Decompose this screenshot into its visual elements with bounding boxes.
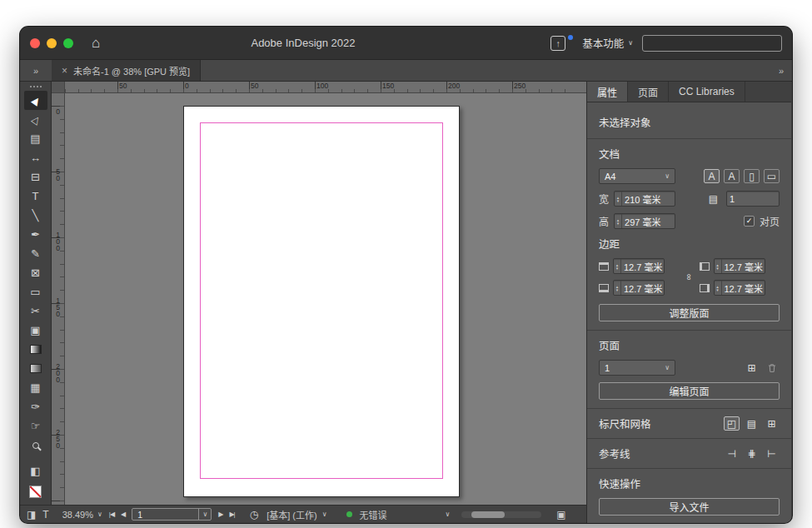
minimize-window-button[interactable] bbox=[47, 38, 57, 48]
chevron-down-icon bbox=[97, 511, 102, 518]
notification-dot bbox=[568, 35, 573, 40]
selection-tool[interactable]: ▶ bbox=[24, 91, 47, 110]
page-size-select[interactable]: A4 bbox=[599, 168, 675, 184]
pencil-tool[interactable]: ✎ bbox=[24, 244, 47, 263]
margin-outside-field[interactable]: 12.7 毫米 bbox=[714, 280, 765, 296]
ruler-label: 100 bbox=[54, 231, 62, 251]
import-file-button[interactable]: 导入文件 bbox=[599, 498, 780, 516]
margin-inside-field[interactable]: 12.7 毫米 bbox=[714, 258, 765, 274]
rectangle-frame-tool[interactable]: ⊠ bbox=[24, 263, 47, 282]
binding-rtl-icon[interactable]: A bbox=[724, 169, 740, 183]
page-count-field[interactable]: 1 bbox=[726, 191, 780, 207]
home-icon[interactable] bbox=[92, 36, 100, 50]
binding-ltr-icon[interactable]: A bbox=[704, 169, 720, 183]
add-page-icon[interactable]: ⊞ bbox=[744, 361, 760, 375]
margin-outside-value: 12.7 毫米 bbox=[722, 281, 765, 295]
toolbar-overflow-icon[interactable]: » bbox=[20, 60, 52, 81]
screen-mode-icon[interactable]: ◧ bbox=[24, 461, 47, 481]
stepper-icon[interactable] bbox=[615, 192, 622, 206]
orientation-portrait-icon[interactable]: ▯ bbox=[744, 169, 760, 183]
close-window-button[interactable] bbox=[30, 38, 40, 48]
scissors-tool[interactable]: ✂ bbox=[24, 301, 47, 321]
workspace-switcher[interactable]: 基本功能 bbox=[582, 35, 633, 51]
margin-bottom-field[interactable]: 12.7 毫米 bbox=[613, 280, 665, 296]
toolbar-grip[interactable] bbox=[30, 86, 42, 87]
horizontal-ruler[interactable]: 50 0 50 100 150 200 250 bbox=[65, 82, 586, 93]
orientation-landscape-icon[interactable]: ▭ bbox=[764, 169, 780, 183]
maximize-window-button[interactable] bbox=[63, 38, 73, 48]
hand-tool[interactable]: ☞ bbox=[24, 416, 47, 436]
smart-guides-icon[interactable]: ⊢ bbox=[764, 446, 780, 461]
divider bbox=[587, 138, 791, 139]
note-tool[interactable]: ▦ bbox=[24, 378, 47, 397]
margin-bottom-icon bbox=[599, 284, 609, 292]
first-page-button[interactable]: |◀ bbox=[109, 511, 114, 518]
stepper-icon[interactable] bbox=[715, 259, 722, 273]
formatting-container-icon[interactable]: ◨ bbox=[27, 510, 36, 520]
stepper-icon[interactable] bbox=[615, 214, 622, 228]
rectangle-tool[interactable]: ▭ bbox=[24, 282, 47, 301]
margins-grid: 12.7 毫米 12.7 毫米 bbox=[599, 258, 780, 296]
zoom-level-select[interactable]: 38.49% bbox=[62, 510, 102, 520]
panel-dock-overflow-icon[interactable]: » bbox=[770, 60, 792, 81]
delete-page-icon[interactable] bbox=[764, 361, 780, 375]
baseline-grid-icon[interactable]: ▤ bbox=[744, 416, 760, 431]
stepper-icon[interactable] bbox=[614, 281, 621, 295]
zoom-tool[interactable] bbox=[24, 436, 47, 455]
line-tool[interactable]: ╲ bbox=[24, 206, 47, 225]
fill-stroke-swatch[interactable] bbox=[29, 486, 42, 498]
tab-cc-libraries[interactable]: CC Libraries bbox=[669, 82, 745, 102]
statusbar: ◨ T 38.49% |◀ ◀ 1 ▶ ▶| ◷ [基本] (工作) bbox=[20, 505, 586, 523]
next-page-button[interactable]: ▶ bbox=[218, 511, 222, 518]
pasteboard[interactable] bbox=[65, 93, 586, 505]
page-number-field[interactable]: 1 bbox=[132, 508, 212, 521]
pen-tool[interactable]: ✒ bbox=[24, 225, 47, 244]
gradient-feather-tool[interactable] bbox=[24, 359, 47, 378]
gap-tool[interactable]: ↔ bbox=[24, 148, 47, 167]
stepper-icon[interactable] bbox=[715, 281, 722, 295]
scrollbar-thumb[interactable] bbox=[471, 511, 505, 518]
horizontal-scrollbar[interactable] bbox=[461, 511, 541, 518]
vertical-ruler[interactable]: 0 50 100 150 200 250 bbox=[52, 93, 65, 505]
preflight-profile-value: [基本] (工作) bbox=[267, 508, 317, 521]
stepper-icon[interactable] bbox=[614, 259, 621, 273]
preflight-icon[interactable]: ◷ bbox=[250, 509, 258, 521]
tab-pages[interactable]: 页面 bbox=[628, 82, 669, 102]
previous-page-button[interactable]: ◀ bbox=[121, 511, 125, 518]
ruler-row: 50 0 50 100 150 200 250 bbox=[52, 82, 586, 93]
column-guides-icon[interactable]: ⋕ bbox=[744, 446, 760, 461]
chevron-down-icon[interactable] bbox=[202, 511, 207, 518]
type-tool[interactable]: T bbox=[24, 187, 47, 206]
adjust-layout-button[interactable]: 调整版面 bbox=[599, 304, 780, 321]
document-tab-title: 未命名-1 @ 38% [GPU 预览] bbox=[73, 64, 190, 77]
edit-pages-button[interactable]: 编辑页面 bbox=[599, 382, 780, 400]
facing-pages-checkbox[interactable]: ✓ bbox=[744, 216, 755, 227]
page-tool[interactable]: ▤ bbox=[24, 129, 47, 148]
formatting-text-icon[interactable]: T bbox=[42, 510, 48, 520]
last-page-button[interactable]: ▶| bbox=[229, 511, 234, 518]
panel-toggle-icon[interactable]: ▣ bbox=[556, 510, 565, 520]
free-transform-tool[interactable]: ▣ bbox=[24, 321, 47, 340]
ruler-origin-corner[interactable] bbox=[52, 82, 65, 93]
search-input[interactable] bbox=[642, 35, 782, 52]
preflight-profile-select[interactable]: [基本] (工作) bbox=[267, 508, 326, 521]
current-page-select[interactable]: 1 bbox=[599, 360, 675, 376]
share-icon[interactable] bbox=[550, 36, 565, 51]
document-tab[interactable]: × 未命名-1 @ 38% [GPU 预览] bbox=[52, 60, 201, 81]
margin-top-field[interactable]: 12.7 毫米 bbox=[613, 258, 665, 274]
close-tab-icon[interactable]: × bbox=[62, 65, 67, 77]
ruler-label: 50 bbox=[119, 82, 127, 90]
height-field[interactable]: 297 毫米 bbox=[614, 213, 675, 229]
gradient-swatch-tool[interactable] bbox=[24, 340, 47, 359]
margin-guides-icon[interactable]: ⊣ bbox=[724, 446, 740, 461]
width-field[interactable]: 210 毫米 bbox=[614, 191, 675, 207]
tab-properties[interactable]: 属性 bbox=[587, 82, 628, 102]
preflight-menu-chevron[interactable] bbox=[445, 511, 450, 518]
content-collector-tool[interactable]: ⊟ bbox=[24, 167, 47, 187]
document-grid-icon[interactable]: ⊞ bbox=[764, 416, 780, 431]
properties-panel: 属性 页面 CC Libraries 未选择对象 文档 A4 A A ▯ bbox=[586, 82, 791, 523]
ruler-icon[interactable]: ◰ bbox=[724, 416, 740, 431]
direct-selection-tool[interactable]: ▷ bbox=[24, 110, 47, 129]
chain-link-icon[interactable] bbox=[681, 271, 698, 283]
eyedropper-tool[interactable]: ✑ bbox=[24, 397, 47, 416]
